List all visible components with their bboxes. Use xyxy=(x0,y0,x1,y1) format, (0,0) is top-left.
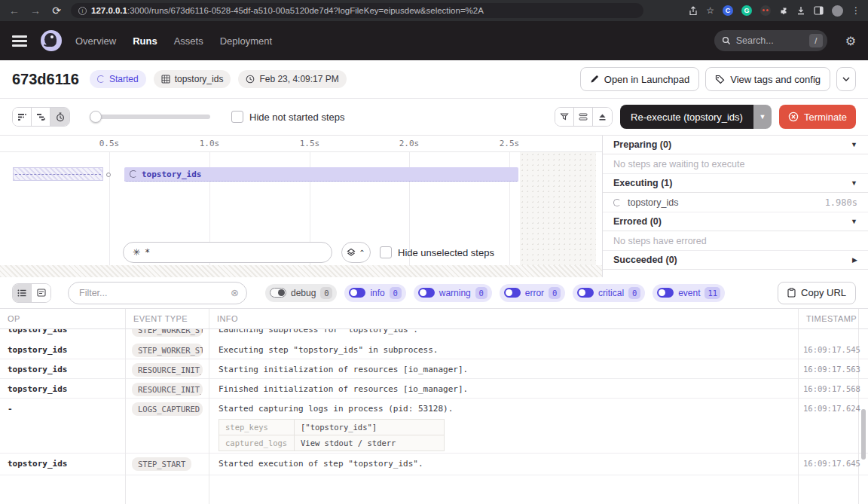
clipboard-icon xyxy=(787,288,796,298)
level-toggle-event[interactable]: event 11 xyxy=(653,284,725,302)
terminate-button[interactable]: Terminate xyxy=(779,105,856,129)
nav-tab-deployment[interactable]: Deployment xyxy=(220,35,272,47)
level-toggle-warning[interactable]: warning 0 xyxy=(414,284,492,302)
dagster-logo[interactable] xyxy=(41,30,62,51)
copy-url-button[interactable]: Copy URL xyxy=(778,282,856,304)
extensions-puzzle-icon[interactable] xyxy=(779,6,788,15)
gantt-section: 0.5s 1.0s 1.5s 2.0s 2.5s topstory_ids xyxy=(0,136,868,277)
clear-filter-icon[interactable]: ⊗ xyxy=(231,287,239,298)
logs-toolbar: Filter... ⊗ debug 0 info 0 warning 0 err… xyxy=(0,277,868,309)
level-toggle-critical[interactable]: critical 0 xyxy=(573,284,645,302)
caret-right-icon: ▶ xyxy=(852,256,857,264)
reexecute-dropdown-caret[interactable]: ▼ xyxy=(753,105,772,129)
browser-back-icon[interactable]: ← xyxy=(8,5,21,17)
section-executing[interactable]: Executing (1) ▼ xyxy=(603,174,868,193)
site-info-icon[interactable]: i xyxy=(78,7,87,15)
table-row[interactable]: topstory_ids STEP_WORKER_STARTI_ Launchi… xyxy=(0,329,868,340)
status-spinner-icon xyxy=(97,75,105,83)
table-row[interactable]: topstory_ids RESOURCE_INIT_STAR_ Startin… xyxy=(0,359,868,379)
event-type-badge: STEP_WORKER_STARTED xyxy=(132,344,203,357)
side-panel-icon[interactable] xyxy=(814,6,824,15)
graph-layers-button[interactable]: ⌃ xyxy=(341,242,371,263)
axis-tick: 2.5s xyxy=(500,139,520,148)
section-succeeded[interactable]: Succeeded (0) ▶ xyxy=(603,251,868,270)
table-row-logs-captured[interactable]: - LOGS_CAPTURED Started capturing logs i… xyxy=(0,399,868,454)
level-count-badge: 0 xyxy=(475,287,487,299)
download-icon[interactable] xyxy=(796,6,805,15)
global-search-input[interactable]: Search... / xyxy=(714,30,827,51)
settings-gear-icon[interactable]: ⚙ xyxy=(845,34,856,48)
caret-down-icon: ▼ xyxy=(851,179,857,187)
gantt-filter-group xyxy=(555,107,613,127)
timed-view-button[interactable] xyxy=(50,108,69,126)
grammar-extension-icon[interactable]: G xyxy=(741,5,752,16)
hide-not-started-checkbox[interactable] xyxy=(231,111,243,123)
gantt-zoom-slider[interactable] xyxy=(90,115,210,119)
logs-list-view-button[interactable] xyxy=(13,284,32,302)
event-type-badge: STEP_WORKER_STARTI_ xyxy=(132,329,203,337)
hide-unselected-checkbox[interactable] xyxy=(380,246,392,258)
browser-menu-kebab-icon[interactable]: ⋮ xyxy=(851,5,860,16)
gantt-selection-controls: ✳ * ⌃ Hide unselected steps xyxy=(123,242,494,263)
level-toggle-debug[interactable]: debug 0 xyxy=(265,284,337,302)
browser-forward-icon[interactable]: → xyxy=(29,5,42,17)
share-icon[interactable] xyxy=(689,6,698,16)
bookmark-star-icon[interactable]: ☆ xyxy=(706,5,714,16)
hamburger-menu-icon[interactable] xyxy=(12,35,27,47)
step-spinner-icon xyxy=(130,170,137,178)
open-in-launchpad-button[interactable]: Open in Launchpad xyxy=(580,67,699,91)
col-op: OP xyxy=(0,309,126,328)
level-count-badge: 0 xyxy=(320,287,332,299)
slider-thumb[interactable] xyxy=(90,111,102,123)
section-preparing[interactable]: Preparing (0) ▼ xyxy=(603,136,868,154)
level-count-badge: 0 xyxy=(390,287,402,299)
gantt-view-mode-group xyxy=(12,107,70,127)
dark-extension-icon[interactable] xyxy=(760,5,771,16)
flat-view-button[interactable] xyxy=(13,108,32,126)
axis-tick: 0.5s xyxy=(99,139,120,148)
table-row[interactable]: topstory_ids STEP_WORKER_STARTED Executi… xyxy=(0,340,868,359)
browser-profile-avatar[interactable] xyxy=(832,5,843,17)
logs-filter-placeholder: Filter... xyxy=(79,288,225,298)
gantt-chart-area: topstory_ids ✳ * ⌃ Hide unselected steps xyxy=(0,152,602,265)
table-row[interactable]: topstory_ids RESOURCE_INIT_SUCC_ Finishe… xyxy=(0,379,868,399)
nav-tab-overview[interactable]: Overview xyxy=(75,35,116,47)
eject-top-button[interactable] xyxy=(593,108,612,126)
nav-tab-assets[interactable]: Assets xyxy=(174,35,203,47)
logs-filter-input[interactable]: Filter... ⊗ xyxy=(68,282,247,304)
executing-step-name: topstory_ids xyxy=(628,197,678,208)
run-id: 673d6116 xyxy=(12,71,79,88)
executing-step-row[interactable]: topstory_ids 1.980s xyxy=(603,193,868,212)
reexecute-button[interactable]: Re-execute (topstory_ids) xyxy=(620,105,753,129)
nav-tab-runs[interactable]: Runs xyxy=(133,35,157,47)
col-info: INFO xyxy=(209,309,799,328)
logs-table-header: OP EVENT TYPE INFO TIMESTAMP xyxy=(0,309,868,329)
logs-structured-view-button[interactable] xyxy=(32,284,50,302)
logs-view-mode-group xyxy=(12,283,51,303)
logs-scrollbar-thumb[interactable] xyxy=(861,409,866,460)
gantt-step-bar[interactable]: topstory_ids xyxy=(124,167,518,182)
table-row[interactable]: topstory_ids STEP_START Started executio… xyxy=(0,454,868,475)
section-errored[interactable]: Errored (0) ▼ xyxy=(603,212,868,231)
toggle-switch-icon xyxy=(418,288,435,298)
address-bar[interactable]: i 127.0.0.1:3000/runs/673d6116-0528-45df… xyxy=(71,3,643,18)
view-stdout-stderr-link[interactable]: View stdout / stderr xyxy=(295,435,402,451)
collapse-funnel-button[interactable] xyxy=(555,108,574,126)
view-tags-config-button[interactable]: View tags and config xyxy=(705,67,830,91)
gantt-bottom-hatch-strip xyxy=(0,265,602,277)
eject-icon xyxy=(598,113,607,121)
search-icon xyxy=(722,36,731,45)
run-status-badge: Started xyxy=(90,70,146,88)
caret-down-icon: ▼ xyxy=(851,141,857,148)
job-name-tag[interactable]: topstory_ids xyxy=(154,70,231,88)
rows-view-button[interactable] xyxy=(574,108,593,126)
level-toggle-info[interactable]: info 0 xyxy=(344,284,405,302)
run-header-more-chevron-button[interactable] xyxy=(836,67,856,91)
browser-reload-icon[interactable]: ⟳ xyxy=(50,5,63,17)
password-extension-icon[interactable]: C xyxy=(723,5,733,16)
level-toggle-error[interactable]: error 0 xyxy=(500,284,565,302)
caret-down-icon: ▼ xyxy=(851,218,857,225)
axis-tick: 1.5s xyxy=(300,139,320,148)
step-selection-input[interactable]: ✳ * xyxy=(123,242,332,263)
waterfall-view-button[interactable] xyxy=(32,108,50,126)
